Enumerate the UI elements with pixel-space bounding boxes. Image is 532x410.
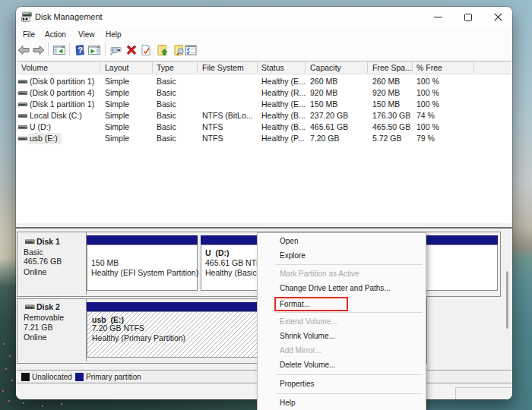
svg-text:?: ? (78, 46, 83, 55)
